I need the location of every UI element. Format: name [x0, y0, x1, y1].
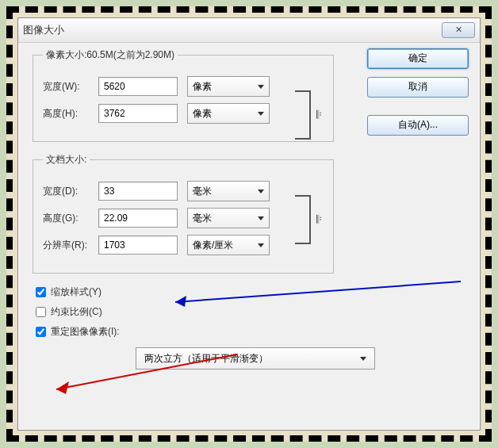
decorative-frame: 图像大小 ✕ 确定 取消 自动(A)... 像素大小:60.5M(之前为2.90… — [6, 6, 492, 442]
scale-styles-checkbox[interactable] — [36, 287, 46, 297]
resolution-unit-select[interactable]: 像素/厘米 — [187, 235, 270, 255]
chevron-down-icon — [258, 190, 264, 193]
doc-width-input[interactable] — [98, 182, 178, 201]
button-column: 确定 取消 自动(A)... — [367, 48, 469, 136]
svg-marker-3 — [56, 381, 69, 394]
link-bracket-icon — [295, 90, 311, 140]
pixel-width-unit-select[interactable]: 像素 — [187, 76, 270, 97]
doc-width-unit-select[interactable]: 毫米 — [187, 181, 270, 201]
link-bracket-icon — [295, 195, 311, 244]
doc-width-label: 宽度(D): — [43, 185, 98, 198]
document-size-group: 文档大小: 宽度(D): 毫米 高度(G): 毫米 — [33, 153, 334, 274]
chain-link-icon: 𝄆 — [316, 213, 322, 226]
doc-height-unit-select[interactable]: 毫米 — [187, 208, 270, 228]
dialog-content: 确定 取消 自动(A)... 像素大小:60.5M(之前为2.90M) 宽度(W… — [33, 48, 465, 420]
scale-styles-checkbox-label[interactable]: 缩放样式(Y) — [33, 285, 465, 300]
document-size-legend: 文档大小: — [43, 153, 90, 167]
cancel-button[interactable]: 取消 — [367, 77, 469, 98]
resample-text: 重定图像像素(I): — [51, 325, 120, 339]
auto-button[interactable]: 自动(A)... — [367, 115, 469, 136]
resample-checkbox-label[interactable]: 重定图像像素(I): — [33, 324, 465, 339]
constrain-checkbox[interactable] — [36, 307, 46, 317]
pixel-dimensions-legend: 像素大小:60.5M(之前为2.90M) — [43, 48, 178, 62]
pixel-height-unit-select[interactable]: 像素 — [187, 103, 270, 124]
doc-width-unit-label: 毫米 — [193, 185, 212, 198]
doc-height-label: 高度(G): — [43, 212, 98, 225]
pixel-width-unit-label: 像素 — [193, 80, 212, 94]
constrain-checkbox-label[interactable]: 约束比例(C) — [33, 304, 465, 320]
scale-styles-text: 缩放样式(Y) — [51, 285, 102, 299]
doc-height-input[interactable] — [98, 209, 178, 228]
pixel-height-unit-label: 像素 — [193, 107, 212, 121]
titlebar: 图像大小 ✕ — [18, 18, 480, 43]
doc-height-unit-label: 毫米 — [193, 212, 212, 225]
resolution-input[interactable] — [98, 235, 178, 255]
chevron-down-icon — [258, 85, 264, 89]
window-close-button[interactable]: ✕ — [442, 22, 475, 38]
image-size-dialog: 图像大小 ✕ 确定 取消 自动(A)... 像素大小:60.5M(之前为2.90… — [17, 17, 481, 431]
constrain-text: 约束比例(C) — [51, 305, 102, 319]
chevron-down-icon — [360, 357, 366, 361]
pixel-width-input[interactable] — [98, 77, 178, 96]
chevron-down-icon — [258, 112, 264, 116]
window-title: 图像大小 — [23, 23, 442, 37]
interpolation-label: 两次立方（适用于平滑渐变） — [144, 352, 268, 366]
pixel-height-input[interactable] — [98, 104, 178, 123]
interpolation-select[interactable]: 两次立方（适用于平滑渐变） — [136, 347, 375, 370]
pixel-dimensions-group: 像素大小:60.5M(之前为2.90M) 宽度(W): 像素 高度(H): — [33, 48, 334, 142]
chevron-down-icon — [258, 243, 264, 247]
chevron-down-icon — [258, 216, 264, 220]
chain-link-icon: 𝄆 — [316, 108, 322, 121]
ok-button[interactable]: 确定 — [367, 48, 469, 69]
pixel-height-label: 高度(H): — [43, 107, 98, 121]
resolution-label: 分辨率(R): — [43, 239, 98, 252]
pixel-width-label: 宽度(W): — [43, 80, 98, 94]
options-group: 缩放样式(Y) 约束比例(C) 重定图像像素(I): — [33, 285, 465, 339]
resolution-unit-label: 像素/厘米 — [193, 239, 233, 252]
resample-checkbox[interactable] — [36, 327, 46, 337]
